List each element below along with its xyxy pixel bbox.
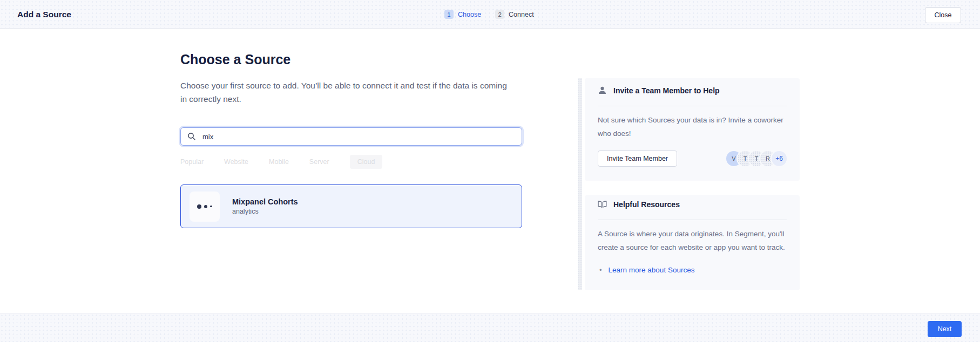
next-button[interactable]: Next [928,321,962,337]
resource-list-item: Learn more about Sources [598,265,787,275]
page-title: Choose a Source [180,51,290,67]
tab-popular[interactable]: Popular [180,155,204,169]
mixpanel-dots-icon [190,191,220,222]
step-label: Connect [509,11,534,18]
step-number-badge: 2 [495,10,504,19]
stepper: 1 Choose 2 Connect [444,0,534,29]
avatar-more-count: +6 [772,151,787,166]
source-category: analytics [232,208,298,215]
source-texts: Mixpanel Cohorts analytics [232,197,298,215]
tab-server[interactable]: Server [309,155,329,169]
step-choose[interactable]: 1 Choose [444,10,481,19]
sidebar-divider [578,78,582,290]
resources-panel-body: A Source is where your data originates. … [598,227,787,254]
learn-more-sources-link[interactable]: Learn more about Sources [609,265,695,275]
team-avatars: V T T R +6 [726,151,787,166]
person-icon [598,86,607,95]
step-label: Choose [458,11,481,18]
category-tabs: Popular Website Mobile Server Cloud [180,155,382,169]
divider [598,106,787,106]
page-description: Choose your first source to add. You’ll … [180,79,511,106]
source-search [180,127,522,146]
top-bar: Add a Source 1 Choose 2 Connect Close [0,0,980,29]
invite-panel-body: Not sure which Sources your data is in? … [598,113,787,140]
resources-panel-title: Helpful Resources [613,200,680,209]
source-name: Mixpanel Cohorts [232,197,298,206]
close-button[interactable]: Close [925,7,961,23]
dialog-title: Add a Source [17,0,71,29]
step-connect[interactable]: 2 Connect [495,10,534,19]
tab-website[interactable]: Website [224,155,248,169]
tab-mobile[interactable]: Mobile [269,155,289,169]
tab-cloud[interactable]: Cloud [350,155,383,169]
search-input[interactable] [180,127,522,146]
book-icon [598,200,607,209]
invite-team-member-button[interactable]: Invite Team Member [598,151,677,167]
bottom-bar: Next [0,313,980,342]
helpful-resources-panel: Helpful Resources A Source is where your… [585,195,800,290]
invite-team-panel: Invite a Team Member to Help Not sure wh… [585,78,800,181]
add-source-dialog: Add a Source 1 Choose 2 Connect Close Ch… [0,0,980,342]
invite-panel-title: Invite a Team Member to Help [613,86,720,95]
step-number-badge: 1 [444,10,454,19]
divider [598,220,787,220]
source-result-mixpanel-cohorts[interactable]: Mixpanel Cohorts analytics [180,184,522,228]
